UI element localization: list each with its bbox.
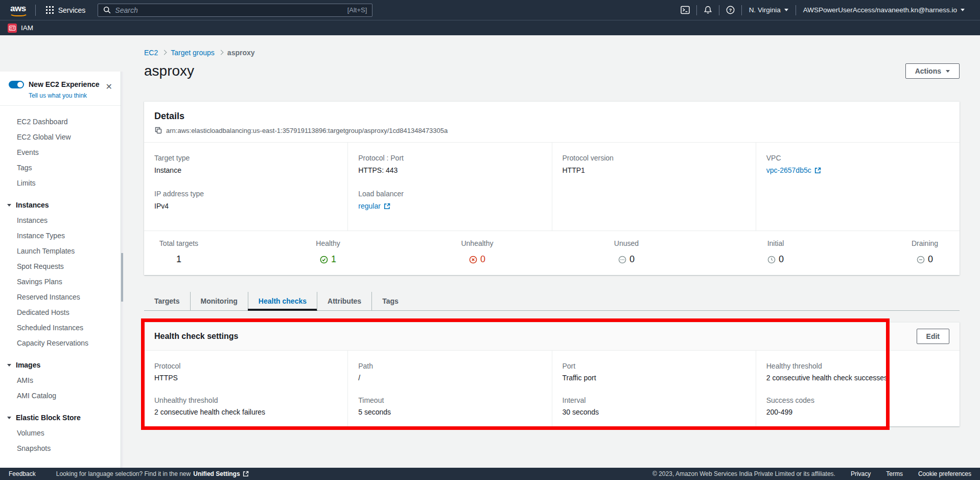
health-check-grid: Protocol HTTPS Unhealthy threshold 2 con… <box>144 351 960 426</box>
details-grid: Target type Instance IP address type IPv… <box>144 143 960 231</box>
services-menu-button[interactable]: Services <box>43 4 89 16</box>
region-label: N. Virginia <box>749 6 781 14</box>
sidebar-item-ami-catalog[interactable]: AMI Catalog <box>0 388 121 403</box>
search-input[interactable] <box>115 6 343 14</box>
sidebar-item-reserved-instances[interactable]: Reserved Instances <box>0 289 121 305</box>
footer: Feedback Looking for language selection?… <box>0 468 980 480</box>
sidebar-item-launch-templates[interactable]: Launch Templates <box>0 243 121 259</box>
stat-label: Unhealthy <box>456 239 499 247</box>
sidebar-item-spot-requests[interactable]: Spot Requests <box>0 259 121 274</box>
stat-unused: Unused 0 <box>605 239 648 265</box>
sidebar-item-amis[interactable]: AMIs <box>0 373 121 388</box>
feedback-button[interactable]: Feedback <box>9 470 36 477</box>
edit-button[interactable]: Edit <box>917 329 949 344</box>
stat-value: 1 <box>176 254 181 265</box>
close-icon[interactable]: ✕ <box>106 83 112 91</box>
sidebar-item-dedicated-hosts[interactable]: Dedicated Hosts <box>0 305 121 320</box>
sidebar-item-ec2-global-view[interactable]: EC2 Global View <box>0 129 121 145</box>
section-collapse-icon <box>7 204 11 207</box>
unified-settings-link[interactable]: Unified Settings <box>193 470 240 477</box>
new-experience-banner: New EC2 Experience Tell us what you thin… <box>0 72 121 106</box>
sidebar-item-volumes[interactable]: Volumes <box>0 425 121 441</box>
copy-icon[interactable] <box>154 126 162 134</box>
field-label: VPC <box>766 154 949 162</box>
terms-link[interactable]: Terms <box>886 470 903 477</box>
sidebar-item-limits[interactable]: Limits <box>0 175 121 191</box>
field-label: Path <box>358 362 541 370</box>
sidebar-section-elastic-block-store[interactable]: Elastic Block Store <box>0 410 121 425</box>
top-navigation-bar: aws Services [Alt+S] ? N. Virginia <box>0 0 980 20</box>
region-selector[interactable]: N. Virginia <box>742 6 796 14</box>
stat-value: 0 <box>480 254 485 265</box>
stat-label: Total targets <box>157 239 200 247</box>
tab-targets[interactable]: Targets <box>144 292 190 310</box>
sidebar-nav: EC2 Dashboard EC2 Global View Events Tag… <box>0 106 121 456</box>
sidebar-item-instance-types[interactable]: Instance Types <box>0 228 121 243</box>
feedback-link[interactable]: Tell us what you think <box>29 92 113 99</box>
draining-minus-circle-icon <box>917 256 925 264</box>
help-icon[interactable]: ? <box>719 6 741 14</box>
initial-clock-circle-icon <box>767 256 776 264</box>
health-check-settings-title: Health check settings <box>154 332 239 341</box>
sidebar-section-instances[interactable]: Instances <box>0 197 121 213</box>
field-value: Instance <box>154 166 337 174</box>
field-label: IP address type <box>154 190 337 198</box>
global-search[interactable]: [Alt+S] <box>98 4 372 17</box>
tab-attributes[interactable]: Attributes <box>317 292 371 310</box>
section-label: Images <box>16 361 40 369</box>
unused-ellipsis-circle-icon <box>618 256 626 264</box>
sidebar-item-scheduled-instances[interactable]: Scheduled Instances <box>0 320 121 335</box>
sidebar-section-images[interactable]: Images <box>0 357 121 373</box>
section-label: Elastic Block Store <box>16 414 81 422</box>
external-link-icon <box>384 203 390 210</box>
aws-logo[interactable]: aws <box>8 4 28 17</box>
tab-health-checks[interactable]: Health checks <box>248 292 317 310</box>
vpc-link[interactable]: vpc-2657db5c <box>766 166 821 174</box>
tab-tags[interactable]: Tags <box>371 292 409 310</box>
new-experience-toggle[interactable] <box>9 81 24 88</box>
sidebar-scrollbar-thumb[interactable] <box>121 253 123 302</box>
favorites-bar: IAM <box>0 20 980 35</box>
breadcrumb-separator-icon <box>218 50 223 55</box>
copyright-text: © 2023, Amazon Web Services India Privat… <box>652 470 835 477</box>
sidebar-item-savings-plans[interactable]: Savings Plans <box>0 274 121 289</box>
favorite-iam-label: IAM <box>21 24 33 32</box>
field-value: HTTP1 <box>563 166 745 174</box>
account-menu[interactable]: AWSPowerUserAccess/navaneeth.kn@harness.… <box>796 6 972 14</box>
sidebar-item-events[interactable]: Events <box>0 145 121 160</box>
svg-text:?: ? <box>729 7 732 13</box>
cookie-preferences-link[interactable]: Cookie preferences <box>918 470 971 477</box>
cloudshell-icon[interactable] <box>674 6 696 14</box>
new-experience-title: New EC2 Experience <box>29 80 100 88</box>
sidebar-item-snapshots[interactable]: Snapshots <box>0 441 121 456</box>
breadcrumb-ec2[interactable]: EC2 <box>144 49 158 57</box>
edit-button-label: Edit <box>926 332 940 340</box>
favorite-iam[interactable]: IAM <box>8 24 33 33</box>
load-balancer-link[interactable]: regular <box>358 202 390 210</box>
main-area: New EC2 Experience Tell us what you thin… <box>0 35 980 468</box>
top-nav-right: ? N. Virginia AWSPowerUserAccess/navanee… <box>674 5 972 15</box>
field-value: HTTPS: 443 <box>358 166 541 174</box>
details-title: Details <box>154 111 949 122</box>
stat-value: 1 <box>331 254 336 265</box>
tab-monitoring[interactable]: Monitoring <box>190 292 248 310</box>
sidebar-item-capacity-reservations[interactable]: Capacity Reservations <box>0 335 121 351</box>
sidebar: New EC2 Experience Tell us what you thin… <box>0 35 123 468</box>
sidebar-scrollbar-track[interactable] <box>121 72 123 468</box>
stat-value: 0 <box>629 254 635 265</box>
actions-button[interactable]: Actions <box>905 63 960 79</box>
stat-label: Draining <box>903 239 946 247</box>
sidebar-panel: New EC2 Experience Tell us what you thin… <box>0 72 121 468</box>
privacy-link[interactable]: Privacy <box>851 470 871 477</box>
notifications-bell-icon[interactable] <box>697 6 719 14</box>
vpc-link-label: vpc-2657db5c <box>766 166 811 174</box>
sidebar-item-ec2-dashboard[interactable]: EC2 Dashboard <box>0 114 121 129</box>
sidebar-item-tags[interactable]: Tags <box>0 160 121 175</box>
stat-label: Healthy <box>307 239 349 247</box>
external-link-icon <box>814 167 821 174</box>
load-balancer-link-label: regular <box>358 202 381 210</box>
breadcrumb-target-groups[interactable]: Target groups <box>171 49 215 57</box>
field-label: Healthy threshold <box>766 362 949 370</box>
sidebar-item-instances[interactable]: Instances <box>0 213 121 228</box>
field-label: Protocol version <box>563 154 745 162</box>
